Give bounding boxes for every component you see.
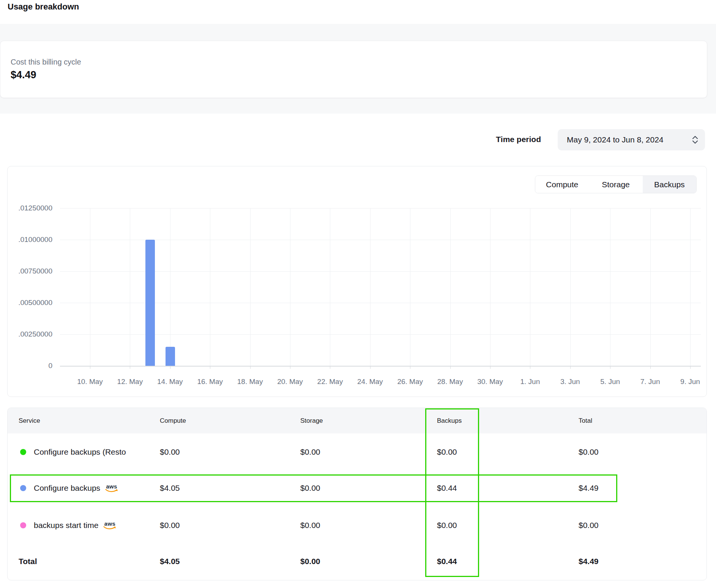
y-axis-tick-label: .01000000 [8,236,52,244]
x-gridline [290,208,290,366]
compute-total-cell: $4.05 [160,543,180,580]
series-dot-blue [20,485,26,491]
backups-total-cell: $0.44 [437,543,457,580]
y-gridline [60,271,701,272]
usage-table-card: Service Compute Storage Backups Total Co… [7,408,707,580]
compute-cost-cell: $0.00 [160,507,180,544]
y-axis-tick-label: 0 [8,362,52,370]
x-axis-tick-mark [130,366,130,369]
billing-summary-section: Cost this billing cycle $4.49 [0,24,716,114]
aws-logo-icon: aws [103,521,116,530]
x-gridline [450,208,451,366]
x-axis-tick-mark [370,366,371,369]
x-gridline [250,208,251,366]
backups-bar-chart: .01250000.01000000.00750000.00500000.002… [8,166,707,397]
unfold-chevron-icon [691,135,699,147]
x-axis-tick-label: 5. Jun [593,378,628,386]
table-row-configure-backups: Configure backups aws $4.05 $0.00 $0.44 … [8,470,707,506]
y-gridline [60,240,701,240]
y-axis-tick-label: .00250000 [8,330,52,338]
table-header-row: Service Compute Storage Backups Total [8,408,707,433]
service-name: Configure backups (Resto [34,447,126,457]
service-cell: Configure backups (Resto [20,434,126,470]
x-axis-tick-mark [650,366,651,369]
total-cost-cell: $0.00 [579,507,599,544]
x-axis-tick-mark [690,366,691,369]
x-axis-tick-label: 14. May [153,378,188,386]
y-gridline [60,334,701,335]
backups-cost-cell: $0.00 [437,507,457,544]
x-axis-tick-mark [530,366,530,369]
table-total-row: Total $4.05 $0.00 $0.44 $4.49 [8,543,707,580]
usage-chart-card: Compute Storage Backups .01250000.010000… [7,166,707,397]
backups-cost-cell: $0.44 [437,470,457,506]
page-title: Usage breakdown [8,2,79,12]
table-row-configure-backups-restored: Configure backups (Resto $0.00 $0.00 $0.… [8,434,707,470]
x-gridline [530,208,530,366]
x-axis-line [60,366,701,367]
total-cost-cell: $4.49 [579,470,599,506]
compute-cost-cell: $4.05 [160,470,180,506]
x-axis-tick-label: 30. May [473,378,508,386]
x-axis-tick-mark [170,366,170,369]
aws-logo-icon: aws [105,484,118,493]
x-gridline [370,208,371,366]
x-gridline [410,208,410,366]
compute-cost-cell: $0.00 [160,434,180,470]
grand-total-cell: $4.49 [579,543,599,580]
x-axis-tick-label: 26. May [393,378,427,386]
cost-card-label: Cost this billing cycle [11,58,81,66]
column-header-total: Total [579,408,592,433]
x-axis-tick-label: 7. Jun [633,378,668,386]
time-period-select[interactable]: May 9, 2024 to Jun 8, 2024 [558,129,705,150]
x-axis-tick-label: 10. May [73,378,107,386]
x-gridline [490,208,490,366]
column-header-backups: Backups [437,408,462,433]
x-gridline [330,208,330,366]
x-axis-tick-label: 22. May [312,378,347,386]
x-axis-tick-mark [90,366,90,369]
x-axis-tick-mark [450,366,451,369]
chart-bar-14-May [166,347,175,366]
x-axis-tick-mark [250,366,251,369]
chart-bar-13-May [145,240,155,366]
x-gridline [130,208,130,366]
x-axis-tick-mark [210,366,210,369]
x-axis-tick-label: 24. May [353,378,388,386]
series-dot-green [20,449,26,455]
y-axis-tick-label: .00750000 [8,267,52,275]
usage-breakdown-page: Usage breakdown Cost this billing cycle … [0,0,716,588]
x-axis-tick-mark [410,366,410,369]
x-gridline [90,208,90,366]
x-gridline [610,208,610,366]
x-axis-tick-label: 3. Jun [553,378,588,386]
y-axis-tick-label: .01250000 [8,204,52,212]
column-header-service: Service [19,408,40,433]
y-gridline [60,208,701,209]
storage-cost-cell: $0.00 [300,470,320,506]
series-dot-pink [20,522,26,528]
x-axis-tick-label: 12. May [112,378,147,386]
x-axis-tick-label: 20. May [273,378,308,386]
time-period-value: May 9, 2024 to Jun 8, 2024 [567,135,664,144]
column-header-compute: Compute [160,408,186,433]
backups-cost-cell: $0.00 [437,434,457,470]
service-cell: Configure backups aws [20,470,118,506]
x-gridline [570,208,571,366]
storage-total-cell: $0.00 [300,543,320,580]
total-row-label: Total [19,543,37,580]
x-axis-tick-label: 16. May [192,378,227,386]
cost-card: Cost this billing cycle $4.49 [0,41,707,98]
storage-cost-cell: $0.00 [300,434,320,470]
x-axis-tick-mark [570,366,571,369]
x-axis-tick-mark [610,366,610,369]
storage-cost-cell: $0.00 [300,507,320,544]
time-period-label: Time period [482,135,541,144]
service-name: backups start time [34,521,98,530]
x-axis-tick-label: 18. May [233,378,268,386]
x-axis-tick-label: 28. May [433,378,468,386]
service-cell: backups start time aws [20,507,116,544]
service-name: Configure backups [34,484,100,493]
x-axis-tick-mark [290,366,290,369]
x-axis-tick-label: 1. Jun [513,378,547,386]
